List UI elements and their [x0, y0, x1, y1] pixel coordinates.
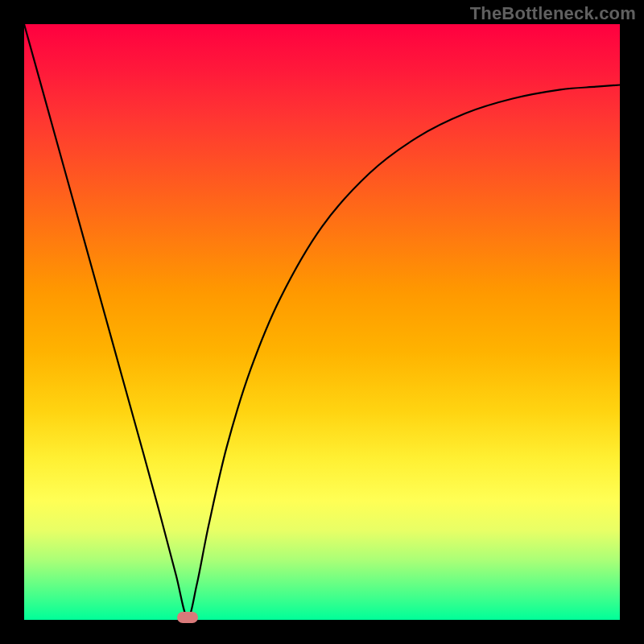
plot-gradient-area [24, 24, 620, 620]
optimal-point-marker [177, 612, 198, 623]
chart-container: TheBottleneck.com [0, 0, 644, 644]
watermark-text: TheBottleneck.com [470, 3, 636, 24]
